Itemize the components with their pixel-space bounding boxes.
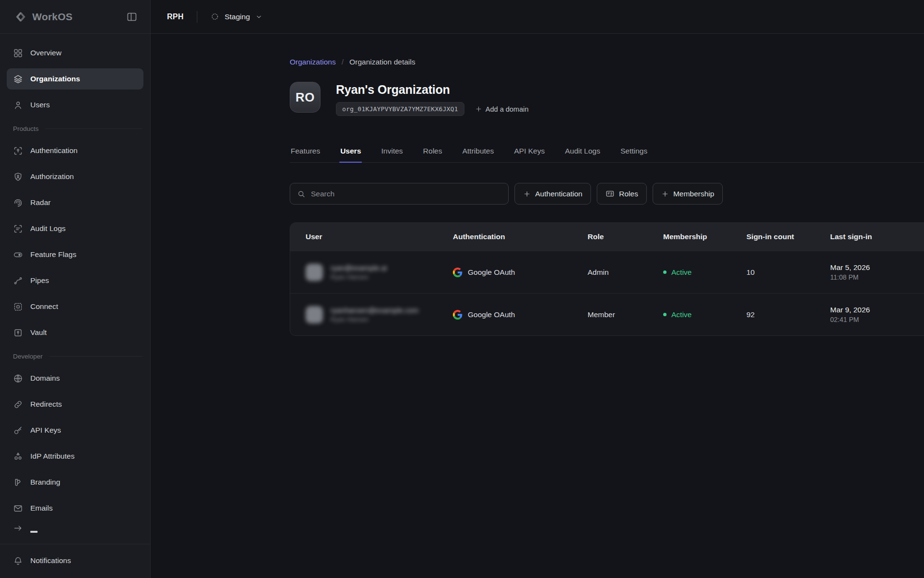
- organization-heading-group: Ryan's Organization org_01KJAYPVYBVZA7YM…: [336, 82, 528, 116]
- google-icon: [453, 268, 462, 277]
- sidebar-item-pipes[interactable]: Pipes: [7, 270, 143, 291]
- tab-audit-logs[interactable]: Audit Logs: [564, 142, 601, 162]
- audit-scan-icon: [13, 224, 23, 234]
- column-header-user: User: [306, 232, 453, 241]
- membership-cell: Active: [663, 310, 746, 319]
- user-identity: ryan@example.ai Ryan Hansen: [331, 264, 387, 281]
- add-authentication-label: Authentication: [535, 190, 582, 198]
- organization-id-row: org_01KJAYPVYBVZA7YMZ7EKX6JXQ1 Add a dom…: [336, 102, 528, 116]
- add-membership-button[interactable]: Membership: [653, 183, 723, 205]
- sidebar-item-idp-attributes[interactable]: IdP Attributes: [7, 446, 143, 467]
- sidebar-item-notifications[interactable]: Notifications: [7, 550, 143, 571]
- sidebar-item-emails[interactable]: Emails: [7, 498, 143, 519]
- plus-icon: [523, 190, 531, 198]
- partial-label-fragment: [30, 531, 38, 533]
- tab-users[interactable]: Users: [339, 142, 362, 162]
- environment-switcher[interactable]: Staging: [210, 12, 263, 21]
- last-signin-cell: Mar 5, 2026 11:08 PM: [830, 263, 924, 281]
- topbar: RPH Staging Search: [151, 0, 924, 34]
- sidebar-item-vault[interactable]: Vault: [7, 322, 143, 343]
- topbar-divider: [197, 11, 197, 23]
- authentication-cell: Google OAuth: [453, 268, 588, 277]
- sidebar-item-authorization[interactable]: Authorization: [7, 166, 143, 187]
- sidebar-section-developer: Developer: [13, 353, 142, 360]
- sidebar-item-audit-logs[interactable]: Audit Logs: [7, 218, 143, 239]
- sidebar-item-label: Authorization: [30, 172, 74, 181]
- sidebar-item-overview[interactable]: Overview: [7, 42, 143, 64]
- tab-features[interactable]: Features: [290, 142, 321, 162]
- tab-api-keys[interactable]: API Keys: [513, 142, 546, 162]
- tab-settings[interactable]: Settings: [619, 142, 648, 162]
- vault-icon: [13, 328, 23, 338]
- shapes-icon: [13, 451, 23, 462]
- sidebar-header: WorkOS: [0, 0, 150, 34]
- auth-provider: Google OAuth: [468, 268, 515, 277]
- breadcrumb-separator: /: [342, 58, 344, 66]
- organization-avatar: RO: [290, 82, 321, 113]
- last-signin-cell: Mar 9, 2026 02:41 PM: [830, 306, 924, 323]
- breadcrumb-organizations-link[interactable]: Organizations: [290, 58, 336, 66]
- plus-icon: [475, 105, 482, 113]
- sidebar-item-connect[interactable]: Connect: [7, 296, 143, 317]
- user-cell: ryan@example.ai Ryan Hansen: [306, 264, 453, 281]
- user-name-blurred: Ryan Hansen: [331, 316, 419, 323]
- add-domain-button[interactable]: Add a domain: [475, 105, 528, 113]
- workos-logo: WorkOS: [14, 11, 73, 23]
- last-signin-date: Mar 5, 2026: [830, 263, 924, 272]
- workos-app: WorkOS Overview Organizations Users Prod…: [0, 0, 924, 578]
- sidebar-item-feature-flags[interactable]: Feature Flags: [7, 244, 143, 265]
- sidebar-item-redirects[interactable]: Redirects: [7, 394, 143, 415]
- status-dot: [663, 313, 667, 316]
- role-cell: Member: [588, 310, 663, 319]
- sidebar-collapse-button[interactable]: [126, 11, 138, 23]
- sidebar-item-label: Pipes: [30, 276, 49, 285]
- sidebar-item-organizations[interactable]: Organizations: [7, 68, 143, 90]
- google-icon: [453, 310, 462, 320]
- sidebar-item-partial[interactable]: [7, 524, 143, 533]
- roles-button[interactable]: Roles: [597, 183, 647, 205]
- breadcrumb-current: Organization details: [349, 58, 415, 66]
- chevron-down-icon: [255, 13, 263, 21]
- sidebar-item-label: API Keys: [30, 426, 61, 435]
- content: Organizations / Organization details RO …: [151, 34, 924, 578]
- organization-header: RO Ryan's Organization org_01KJAYPVYBVZA…: [290, 82, 924, 116]
- user-email-blurred: ryan@example.ai: [331, 264, 387, 272]
- sidebar-item-users[interactable]: Users: [7, 94, 143, 116]
- sidebar-item-label: Users: [30, 101, 50, 109]
- organization-id-pill[interactable]: org_01KJAYPVYBVZA7YMZ7EKX6JXQ1: [336, 102, 464, 116]
- main-area: RPH Staging Search Organizations / Organ…: [151, 0, 924, 578]
- search-icon: [297, 190, 306, 198]
- sidebar-item-authentication[interactable]: Authentication: [7, 140, 143, 161]
- user-email-blurred: ryanhansen@example.com: [331, 306, 419, 314]
- last-signin-time: 11:08 PM: [830, 273, 924, 281]
- sidebar-item-api-keys[interactable]: API Keys: [7, 420, 143, 441]
- swatches-icon: [13, 477, 23, 488]
- add-authentication-button[interactable]: Authentication: [514, 183, 591, 205]
- sidebar-item-label: IdP Attributes: [30, 452, 75, 461]
- sidebar: WorkOS Overview Organizations Users Prod…: [0, 0, 151, 578]
- last-signin-date: Mar 9, 2026: [830, 306, 924, 314]
- radar-icon: [13, 198, 23, 208]
- sidebar-item-branding[interactable]: Branding: [7, 472, 143, 493]
- sidebar-item-radar[interactable]: Radar: [7, 192, 143, 213]
- column-header-membership: Membership: [663, 232, 746, 241]
- workos-logo-text: WorkOS: [32, 11, 73, 23]
- users-toolbar: Authentication Roles Membership: [290, 183, 924, 205]
- sidebar-item-label: Radar: [30, 198, 51, 207]
- tab-invites[interactable]: Invites: [380, 142, 404, 162]
- user-icon: [13, 100, 23, 110]
- membership-cell: Active: [663, 268, 746, 277]
- sidebar-item-label: Audit Logs: [30, 224, 65, 233]
- plus-icon: [661, 190, 669, 198]
- sidebar-item-domains[interactable]: Domains: [7, 368, 143, 389]
- users-search-input[interactable]: [311, 190, 501, 198]
- tab-attributes[interactable]: Attributes: [462, 142, 495, 162]
- membership-status: Active: [671, 268, 692, 277]
- column-header-last-signin: Last sign-in: [830, 232, 924, 241]
- signin-count-cell: 92: [746, 310, 830, 319]
- table-row[interactable]: ryanhansen@example.com Ryan Hansen Googl…: [290, 293, 924, 335]
- table-row[interactable]: ryan@example.ai Ryan Hansen Google OAuth…: [290, 251, 924, 293]
- users-table-header: User Authentication Role Membership Sign…: [290, 223, 924, 251]
- sidebar-footer: Notifications: [0, 544, 150, 578]
- tab-roles[interactable]: Roles: [422, 142, 443, 162]
